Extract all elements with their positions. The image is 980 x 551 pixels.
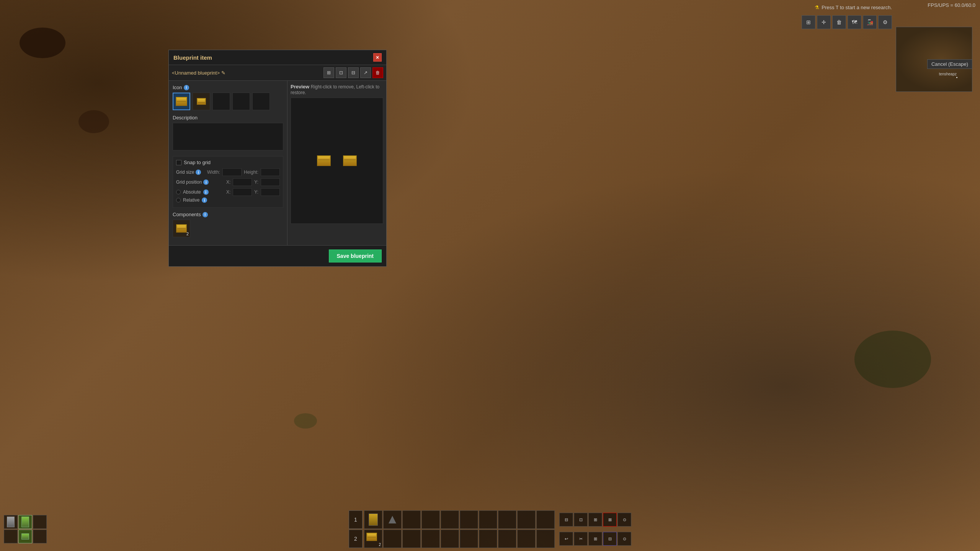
cancel-button[interactable]: Cancel (Escape): [927, 59, 972, 69]
hotbar-slot-2-5[interactable]: [441, 530, 459, 548]
right-btn-2-5[interactable]: ⊙: [617, 532, 631, 546]
close-button[interactable]: ×: [373, 53, 382, 62]
hotbar-slot-1-2[interactable]: [383, 510, 402, 529]
blueprint-name[interactable]: <Unnamed blueprint> ✎: [172, 70, 225, 76]
toolbar-settings-btn[interactable]: ⚙: [878, 15, 892, 29]
icon-section-label: Icon i: [173, 85, 283, 90]
hotbar-slot-2-7[interactable]: [479, 530, 497, 548]
hotbar-slot-2-3[interactable]: [402, 530, 421, 548]
toolbar-train-btn[interactable]: 🚂: [863, 15, 877, 29]
right-btn-1-3[interactable]: ⊞: [588, 513, 602, 527]
hotbar-slot-2-2[interactable]: [383, 530, 402, 548]
width-label: Width:: [207, 170, 220, 175]
hotbar-slot-1-7[interactable]: [479, 510, 497, 529]
terrain-detail: [20, 28, 65, 58]
absolute-x-input[interactable]: [233, 188, 252, 196]
icon-slot-5[interactable]: [252, 93, 270, 110]
right-btn-1-2[interactable]: ⊡: [574, 513, 588, 527]
right-btn-1-4[interactable]: ⊠: [603, 513, 617, 527]
minimap-location: tensheapz: [939, 72, 957, 76]
toolbar-cursor-btn[interactable]: ✛: [817, 15, 831, 29]
slot-chest: [366, 533, 377, 541]
tab-icon-export[interactable]: ↗: [360, 67, 371, 78]
icon-info[interactable]: i: [184, 85, 189, 90]
tab-icon-tiles[interactable]: ⊟: [348, 67, 359, 78]
dialog-title: Blueprint item: [173, 54, 212, 61]
grid-height-input[interactable]: [261, 168, 280, 176]
toolbar-grid-btn[interactable]: ⊞: [802, 15, 815, 29]
tab-icon-blueprint[interactable]: ⊡: [336, 67, 346, 78]
hotbar-slot-1-4[interactable]: [421, 510, 440, 529]
grid-y-input[interactable]: [261, 178, 280, 186]
tab-icon-delete[interactable]: 🗑: [372, 67, 383, 78]
char-slot-2[interactable]: [18, 515, 32, 529]
hotbar-slot-1-8[interactable]: [498, 510, 516, 529]
components-label: Components i: [173, 212, 283, 217]
description-textarea[interactable]: [173, 123, 283, 150]
right-btn-1-1[interactable]: ⊟: [559, 513, 573, 527]
right-btns-2: ↩ ✂ ⊞ ⊟ ⊙: [559, 532, 631, 546]
blueprint-dialog: Blueprint item × <Unnamed blueprint> ✎ ⊞…: [168, 50, 387, 267]
save-blueprint-button[interactable]: Save blueprint: [329, 249, 382, 262]
relative-info[interactable]: i: [202, 197, 207, 203]
relative-row: Relative i: [176, 197, 280, 203]
right-btns-1: ⊟ ⊡ ⊞ ⊠ ⊙: [559, 513, 631, 527]
toolbar-trash-btn[interactable]: 🗑: [832, 15, 846, 29]
snap-to-grid-label: Snap to grid: [184, 160, 211, 165]
hotbar-slot-2-9[interactable]: [517, 530, 536, 548]
absolute-row: Absolute i X: Y:: [176, 188, 280, 196]
hotbar-slot-1-9[interactable]: [517, 510, 536, 529]
hotbar-slot-1-5[interactable]: [441, 510, 459, 529]
absolute-radio[interactable]: [176, 190, 181, 194]
edit-icon[interactable]: ✎: [221, 70, 225, 76]
tab-icons: ⊞ ⊡ ⊟ ↗ 🗑: [323, 67, 383, 78]
right-btn-2-1[interactable]: ↩: [559, 532, 573, 546]
toolbar-map-btn[interactable]: 🗺: [848, 15, 861, 29]
hotbar-slot-1-3[interactable]: [402, 510, 421, 529]
relative-radio[interactable]: [176, 198, 181, 202]
components-info[interactable]: i: [203, 212, 208, 217]
height-label: Height:: [244, 170, 258, 175]
dialog-left-panel: Icon i Description: [169, 81, 287, 245]
top-bar: FPS/UPS = 60.0/60.0: [923, 0, 980, 10]
icon-slot-2[interactable]: [193, 93, 210, 110]
icon-slot-3[interactable]: [212, 93, 230, 110]
grid-section: Snap to grid Grid size i Width: Height:: [173, 156, 283, 208]
component-chest[interactable]: 2: [173, 220, 190, 237]
icon-slot-4[interactable]: [232, 93, 250, 110]
tab-icon-grid[interactable]: ⊞: [323, 67, 334, 78]
hotbar-slot-1-10[interactable]: [536, 510, 555, 529]
absolute-info[interactable]: i: [203, 189, 209, 195]
hotbar-slot-2-10[interactable]: [536, 530, 555, 548]
char-slot-1[interactable]: [4, 515, 18, 529]
right-btn-2-3[interactable]: ⊞: [588, 532, 602, 546]
hotbar-slot-player[interactable]: [364, 510, 382, 529]
hotbar-slot-2-8[interactable]: [498, 530, 516, 548]
icon-slot-main[interactable]: [173, 93, 190, 110]
right-btn-2-2[interactable]: ✂: [574, 532, 588, 546]
absolute-label: Absolute: [183, 189, 201, 195]
dialog-tabs: <Unnamed blueprint> ✎ ⊞ ⊡ ⊟ ↗ 🗑: [169, 65, 386, 81]
absolute-y-input[interactable]: [261, 188, 280, 196]
hotbar-slot-1-6[interactable]: [460, 510, 478, 529]
snap-to-grid-checkbox[interactable]: [176, 160, 181, 165]
char-slot-4[interactable]: [4, 530, 18, 543]
grid-position-label-group: Grid position i: [176, 179, 214, 185]
hotbar-slot-2-1[interactable]: 2: [364, 530, 382, 548]
grid-x-input[interactable]: [233, 178, 252, 186]
fps-display: FPS/UPS = 60.0/60.0: [928, 2, 975, 8]
char-slot-3[interactable]: [33, 515, 47, 529]
hotbar-slot-2-4[interactable]: [421, 530, 440, 548]
grid-size-info[interactable]: i: [196, 170, 201, 175]
grid-width-input[interactable]: [222, 168, 242, 176]
grid-position-info[interactable]: i: [203, 179, 209, 185]
slot-count: 2: [379, 543, 381, 547]
chest-icon-main: [176, 97, 187, 106]
right-btn-1-5[interactable]: ⊙: [617, 513, 631, 527]
right-btn-2-4[interactable]: ⊟: [603, 532, 617, 546]
char-slot-6[interactable]: [33, 530, 47, 543]
snap-to-grid-row: Snap to grid: [176, 160, 280, 165]
preview-label: Preview: [291, 84, 309, 90]
hotbar-slot-2-6[interactable]: [460, 530, 478, 548]
char-slot-5[interactable]: [18, 530, 32, 543]
